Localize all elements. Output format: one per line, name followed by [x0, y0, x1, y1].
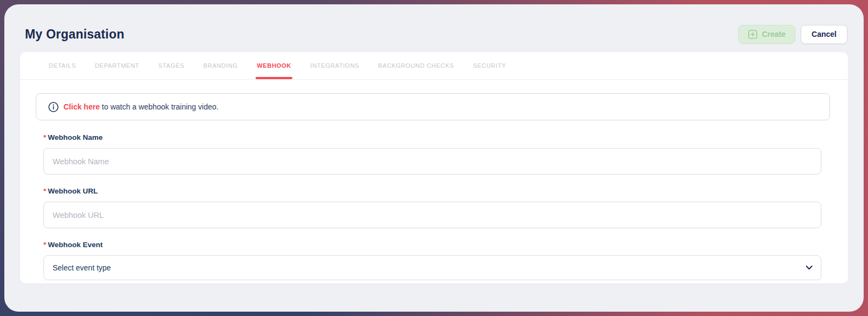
webhook-event-label: *Webhook Event	[43, 241, 821, 249]
webhook-url-label: *Webhook URL	[43, 187, 821, 195]
banner-text: Click here to watch a webhook training v…	[63, 102, 219, 111]
webhook-form: *Webhook Name *Webhook URL *Webhook Even…	[20, 133, 848, 280]
webhook-name-label: *Webhook Name	[43, 133, 821, 141]
tab-details[interactable]: DETAILS	[49, 52, 76, 79]
webhook-event-select[interactable]: Select event type	[43, 255, 821, 280]
page-header: My Organisation Create Cancel	[4, 4, 864, 46]
training-video-link[interactable]: Click here	[63, 102, 100, 111]
info-icon	[48, 102, 59, 112]
settings-card: DETAILS DEPARTMENT STAGES BRANDING WEBHO…	[20, 52, 848, 283]
tab-integrations[interactable]: INTEGRATIONS	[310, 52, 359, 79]
header-actions: Create Cancel	[738, 25, 847, 44]
training-video-banner: Click here to watch a webhook training v…	[36, 93, 830, 120]
required-marker: *	[43, 133, 46, 141]
webhook-url-input[interactable]	[43, 202, 821, 228]
page-title: My Organisation	[25, 27, 124, 42]
tab-background-checks[interactable]: BACKGROUND CHECKS	[378, 52, 454, 79]
cancel-button[interactable]: Cancel	[801, 25, 847, 44]
main-panel: My Organisation Create Cancel DETAILS DE…	[4, 4, 864, 312]
banner-text-rest: to watch a webhook training video.	[102, 102, 219, 111]
required-marker: *	[43, 241, 46, 249]
tab-stages[interactable]: STAGES	[158, 52, 184, 79]
create-button[interactable]: Create	[738, 25, 795, 44]
tab-bar: DETAILS DEPARTMENT STAGES BRANDING WEBHO…	[20, 52, 848, 80]
webhook-event-select-wrap: Select event type	[43, 255, 821, 280]
required-marker: *	[43, 187, 46, 195]
create-button-label: Create	[762, 30, 786, 38]
tab-department[interactable]: DEPARTMENT	[95, 52, 139, 79]
webhook-name-input[interactable]	[43, 148, 821, 175]
cancel-button-label: Cancel	[812, 30, 837, 38]
tab-branding[interactable]: BRANDING	[203, 52, 238, 79]
tab-security[interactable]: SECURITY	[473, 52, 506, 79]
tab-webhook[interactable]: WEBHOOK	[257, 52, 291, 79]
plus-square-icon	[748, 30, 757, 39]
